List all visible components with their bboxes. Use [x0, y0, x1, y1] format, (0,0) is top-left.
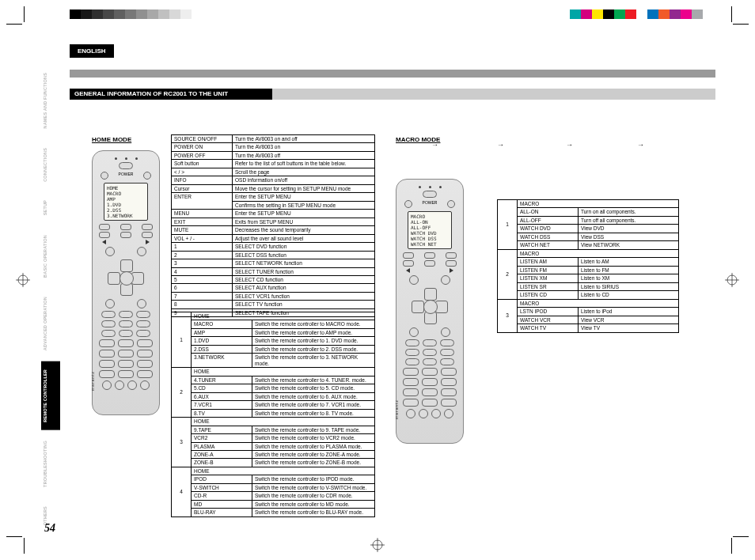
cell-key: 9.TAPE [192, 426, 252, 433]
exit-button [137, 299, 146, 308]
cell-value: Switch the remote controller to ZONE-B m… [252, 459, 375, 467]
crop-mark [24, 6, 25, 22]
cell-key: SOURCE ON/OFF [172, 135, 233, 143]
cell-value: SELECT DSS function [233, 251, 375, 259]
source-onoff-button [119, 162, 133, 169]
cell-key: 3.NETWORK [192, 354, 252, 368]
cell-key: WATCH VCR [518, 316, 579, 324]
cell-key: LISTEN FM [518, 266, 579, 274]
cell-key: PLASMA [192, 442, 252, 450]
screen-line: 2.DSS [107, 207, 145, 213]
crop-mark [6, 536, 22, 537]
cell-key: CD-R [192, 492, 252, 500]
table-home-soft-buttons: 1HOMEMACROSwitch the remote controller t… [171, 312, 375, 517]
cell-value: Listen to SIRIUS [579, 282, 679, 290]
soft-buttons-row [97, 232, 154, 238]
cell-value: Listen to AM [579, 258, 679, 266]
cell-value: SELECT TV function [233, 301, 375, 308]
cell-value: View DVD [579, 225, 679, 233]
cell-key: POWER OFF [172, 151, 233, 159]
cell-value: Switch the remote controller to 1. DVD m… [252, 337, 375, 345]
section-title: GENERAL INFORMATION OF RC2001 TO THE UNI… [70, 89, 272, 100]
side-tab: BASIC OPERATION [41, 227, 60, 286]
cell-value: View NETWORK [579, 241, 679, 249]
cell-key: MACRO [518, 200, 679, 208]
screen-line: WATCH DVD [411, 230, 449, 236]
remote-macro: POWER MACROALL-ONALL-OFFWATCH DVDWATCH D… [396, 179, 464, 444]
cell-key: LISTEN SR [518, 282, 579, 290]
cell-key: MACRO [192, 320, 252, 328]
remote-screen-macro: MACROALL-ONALL-OFFWATCH DVDWATCH DSSWATC… [408, 211, 452, 249]
crop-mark [24, 538, 25, 554]
cell-key: 4 [172, 267, 233, 275]
cell-key: ZONE-B [192, 459, 252, 467]
arrow-right-icon: → [637, 141, 644, 149]
cell-value: Refer to the list of soft buttons in the… [233, 160, 375, 168]
cell-key: Soft button [172, 160, 233, 168]
registration-mark [16, 273, 30, 287]
cell-value: Turn the AV8003 on [233, 143, 375, 151]
crop-mark [6, 24, 22, 25]
cell-key: ZONE-A [192, 450, 252, 458]
side-tab: TROUBLESHOOTING [41, 433, 60, 495]
screen-line: ALL-ON [411, 219, 449, 225]
cell-value: SELECT CD function [233, 275, 375, 283]
cell-key: VOL + / - [172, 234, 233, 242]
side-tab: SETUP [41, 192, 60, 223]
cell-key: 6.AUX [192, 392, 252, 400]
cell-key: 4.TUNER [192, 376, 252, 384]
cell-value: Switch the remote controller to 7. VCR1 … [252, 401, 375, 409]
arrow-right-icon: → [497, 141, 504, 149]
cell-key: LSTN IPOD [518, 308, 579, 316]
power-off-button [143, 172, 151, 180]
dpad [108, 259, 144, 296]
cell-value: Listen to CD [579, 291, 679, 299]
cell-value: Switch the remote controller to MD mode. [252, 500, 375, 508]
language-label: ENGLISH [70, 44, 114, 58]
cell-value: View DSS [579, 233, 679, 240]
menu-button [105, 299, 115, 308]
cell-group-index: 4 [172, 467, 192, 516]
cell-key: MACRO [518, 299, 679, 307]
cell-group-index: 1 [172, 312, 192, 368]
cell-value: Turn the AV8003 on and off [233, 135, 375, 143]
cell-key: 5 [172, 275, 233, 283]
side-tab: CONNECTIONS [41, 140, 60, 190]
screen-line: ALL-OFF [411, 225, 449, 230]
page-number: 54 [44, 522, 55, 535]
cell-group-index: 3 [498, 299, 518, 332]
cell-key: Cursor [172, 184, 233, 192]
cell-key: MENU [172, 210, 233, 218]
cell-value: SELECT AUX function [233, 284, 375, 292]
cell-value: SELECT DVD function [233, 243, 375, 251]
cell-value: Turn on all components. [579, 208, 679, 216]
cell-value: Turn the AV8003 off [233, 151, 375, 159]
screen-line: WATCH NET [411, 241, 449, 247]
cell-key: WATCH NET [518, 241, 579, 249]
cell-value: Confirms the setting in SETUP MENU mode [233, 201, 375, 209]
cell-key: V-SWITCH [192, 483, 252, 491]
cell-value: Adjust the over all sound level [233, 234, 375, 242]
cell-value: Enter the SETUP MENU [233, 193, 375, 201]
power-on-button [101, 172, 108, 180]
table-home-functions: SOURCE ON/OFFTurn the AV8003 on and offP… [171, 134, 375, 317]
cell-key: LISTEN AM [518, 258, 579, 266]
cell-value: Move the cursor for setting in SETUP MEN… [233, 184, 375, 192]
screen-line: AMP [107, 196, 145, 202]
cell-value: Decreases the sound temporarily [233, 226, 375, 234]
cell-key: LISTEN CD [518, 291, 579, 299]
cell-value: SELECT TUNER function [233, 267, 375, 275]
cell-value: Turn off all components. [579, 216, 679, 224]
cell-value: View TV [579, 324, 679, 332]
cell-key: < / > [172, 168, 233, 176]
crop-mark [731, 6, 732, 22]
cell-key: 3 [172, 259, 233, 267]
cell-key: 1.DVD [192, 337, 252, 345]
cell-key: HOME [192, 368, 375, 376]
cell-key: WATCH TV [518, 324, 579, 332]
cell-value: Switch the remote controller to ZONE-A m… [252, 450, 375, 458]
cell-key: WATCH DSS [518, 233, 579, 240]
cell-value: Switch the remote controller to V-SWITCH… [252, 483, 375, 491]
power-label: POWER [119, 172, 134, 180]
cell-key: ENTER [172, 193, 233, 210]
